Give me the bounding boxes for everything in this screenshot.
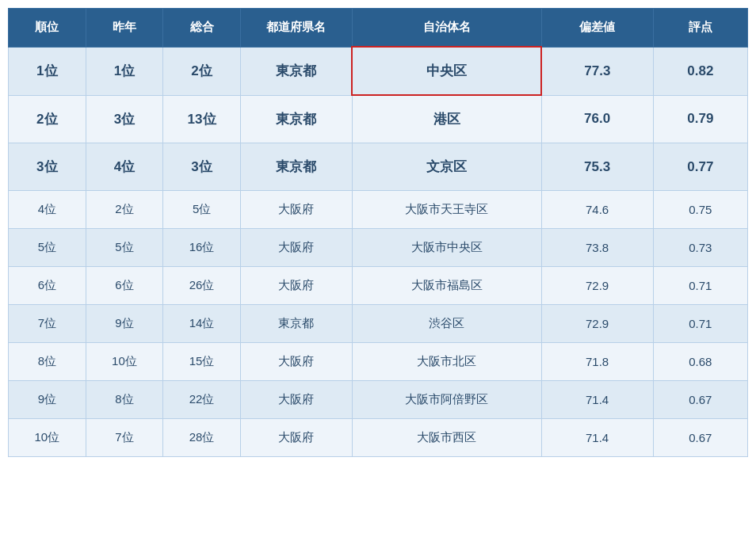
cell-city: 渋谷区	[352, 305, 541, 343]
cell-deviation: 75.3	[541, 143, 653, 191]
cell-rank: 10位	[9, 419, 86, 457]
cell-city: 大阪市中央区	[352, 229, 541, 267]
cell-deviation: 71.8	[541, 343, 653, 381]
cell-score: 0.71	[653, 305, 747, 343]
cell-prefecture: 東京都	[240, 305, 352, 343]
cell-city: 港区	[352, 95, 541, 143]
cell-last-year: 4位	[86, 143, 163, 191]
cell-deviation: 73.8	[541, 229, 653, 267]
header-score: 評点	[653, 9, 747, 48]
cell-total: 13位	[163, 95, 241, 143]
cell-prefecture: 大阪府	[240, 419, 352, 457]
cell-rank: 6位	[9, 267, 86, 305]
cell-last-year: 2位	[86, 191, 163, 229]
cell-score: 0.82	[653, 47, 747, 95]
header-rank: 順位	[9, 9, 86, 48]
cell-prefecture: 大阪府	[240, 343, 352, 381]
cell-total: 3位	[163, 143, 241, 191]
cell-total: 16位	[163, 229, 241, 267]
cell-prefecture: 東京都	[240, 143, 352, 191]
cell-score: 0.77	[653, 143, 747, 191]
table-row: 9位8位22位大阪府大阪市阿倍野区71.40.67	[9, 381, 748, 419]
header-city: 自治体名	[352, 9, 541, 48]
cell-prefecture: 大阪府	[240, 229, 352, 267]
cell-last-year: 9位	[86, 305, 163, 343]
table-row: 8位10位15位大阪府大阪市北区71.80.68	[9, 343, 748, 381]
table-row: 3位4位3位東京都文京区75.30.77	[9, 143, 748, 191]
cell-city: 大阪市福島区	[352, 267, 541, 305]
table-row: 6位6位26位大阪府大阪市福島区72.90.71	[9, 267, 748, 305]
cell-prefecture: 東京都	[240, 95, 352, 143]
cell-last-year: 6位	[86, 267, 163, 305]
cell-rank: 4位	[9, 191, 86, 229]
table-row: 2位3位13位東京都港区76.00.79	[9, 95, 748, 143]
table-row: 1位1位2位東京都中央区77.30.82	[9, 47, 748, 95]
cell-city: 中央区	[352, 47, 541, 95]
cell-score: 0.67	[653, 381, 747, 419]
cell-score: 0.68	[653, 343, 747, 381]
cell-city: 大阪市阿倍野区	[352, 381, 541, 419]
cell-rank: 3位	[9, 143, 86, 191]
cell-total: 5位	[163, 191, 241, 229]
cell-rank: 2位	[9, 95, 86, 143]
cell-score: 0.73	[653, 229, 747, 267]
cell-deviation: 72.9	[541, 267, 653, 305]
cell-deviation: 76.0	[541, 95, 653, 143]
cell-last-year: 1位	[86, 47, 163, 95]
cell-score: 0.75	[653, 191, 747, 229]
cell-last-year: 10位	[86, 343, 163, 381]
cell-score: 0.67	[653, 419, 747, 457]
table-header-row: 順位 昨年 総合 都道府県名 自治体名 偏差値 評点	[9, 9, 748, 48]
cell-prefecture: 大阪府	[240, 191, 352, 229]
table-row: 7位9位14位東京都渋谷区72.90.71	[9, 305, 748, 343]
cell-last-year: 7位	[86, 419, 163, 457]
cell-total: 28位	[163, 419, 241, 457]
cell-city: 大阪市北区	[352, 343, 541, 381]
cell-total: 26位	[163, 267, 241, 305]
cell-city: 大阪市西区	[352, 419, 541, 457]
header-last-year: 昨年	[86, 9, 163, 48]
cell-last-year: 8位	[86, 381, 163, 419]
cell-total: 22位	[163, 381, 241, 419]
cell-rank: 5位	[9, 229, 86, 267]
header-deviation: 偏差値	[541, 9, 653, 48]
table-row: 4位2位5位大阪府大阪市天王寺区74.60.75	[9, 191, 748, 229]
cell-last-year: 5位	[86, 229, 163, 267]
cell-city: 大阪市天王寺区	[352, 191, 541, 229]
cell-rank: 7位	[9, 305, 86, 343]
cell-city: 文京区	[352, 143, 541, 191]
cell-last-year: 3位	[86, 95, 163, 143]
cell-rank: 9位	[9, 381, 86, 419]
cell-prefecture: 大阪府	[240, 267, 352, 305]
ranking-table-container: 順位 昨年 総合 都道府県名 自治体名 偏差値 評点 1位1位2位東京都中央区7…	[8, 8, 748, 457]
cell-prefecture: 大阪府	[240, 381, 352, 419]
cell-rank: 1位	[9, 47, 86, 95]
cell-deviation: 71.4	[541, 419, 653, 457]
cell-score: 0.79	[653, 95, 747, 143]
cell-total: 15位	[163, 343, 241, 381]
cell-total: 14位	[163, 305, 241, 343]
cell-prefecture: 東京都	[240, 47, 352, 95]
table-row: 5位5位16位大阪府大阪市中央区73.80.73	[9, 229, 748, 267]
cell-score: 0.71	[653, 267, 747, 305]
cell-deviation: 72.9	[541, 305, 653, 343]
header-prefecture: 都道府県名	[240, 9, 352, 48]
cell-deviation: 71.4	[541, 381, 653, 419]
table-row: 10位7位28位大阪府大阪市西区71.40.67	[9, 419, 748, 457]
cell-deviation: 74.6	[541, 191, 653, 229]
cell-deviation: 77.3	[541, 47, 653, 95]
header-total: 総合	[163, 9, 241, 48]
cell-rank: 8位	[9, 343, 86, 381]
cell-total: 2位	[163, 47, 241, 95]
ranking-table: 順位 昨年 総合 都道府県名 自治体名 偏差値 評点 1位1位2位東京都中央区7…	[8, 8, 748, 457]
